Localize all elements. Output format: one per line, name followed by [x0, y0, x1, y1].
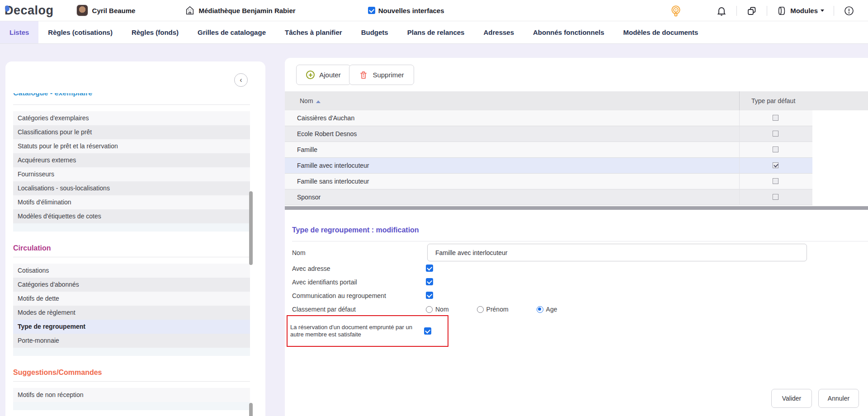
tab-budgets[interactable]: Budgets [352, 21, 398, 43]
sidebar-item-fournisseurs[interactable]: Fournisseurs [13, 167, 250, 181]
tab-modeles-de-documents[interactable]: Modèles de documents [614, 21, 708, 43]
validate-button[interactable]: Valider [771, 389, 812, 408]
modules-cube-icon [777, 6, 787, 16]
sidebar-item-modes-de-reglement[interactable]: Modes de règlement [13, 306, 250, 320]
divider [736, 6, 737, 16]
checkbox-avec-adresse[interactable] [426, 265, 433, 272]
classement-label: Classement par défaut [292, 306, 356, 313]
sidebar-item-partial [13, 223, 250, 232]
table-row-ecole-robert-desnos[interactable]: Ecole Robert Desnos [285, 126, 812, 142]
type-par-defaut-checkbox[interactable] [773, 131, 778, 137]
row-name: Ecole Robert Desnos [297, 130, 357, 137]
radio-label-prenom: Prénom [486, 306, 509, 313]
row-name: Famille [297, 146, 317, 153]
user-name: Cyril Beaume [92, 7, 136, 14]
section-title-circulation: Circulation [5, 244, 265, 252]
tab-bar: ListesRègles (cotisations)Règles (fonds)… [0, 21, 868, 44]
checkbox-communication-au-regroupement[interactable] [426, 292, 433, 299]
type-par-defaut-checkbox[interactable] [773, 115, 778, 121]
sidebar-item-classifications-pour-le-pret[interactable]: Classifications pour le prêt [13, 125, 250, 139]
checkbox-avec-identifiants-portail[interactable] [426, 278, 433, 285]
reservation-checkbox[interactable] [424, 327, 431, 335]
sidebar-scrollbar-thumb[interactable] [249, 191, 253, 265]
sidebar-item-partial [13, 402, 250, 410]
table-row-famille-avec-interlocuteur[interactable]: Famille avec interlocuteur [285, 158, 812, 174]
library-building-icon [185, 5, 195, 15]
label-avec-identifiants-portail: Avec identifiants portail [292, 279, 357, 286]
decalog-logo: Decalog [5, 4, 54, 18]
trash-icon [359, 71, 368, 80]
modules-menu[interactable]: Modules [777, 6, 824, 16]
tab-grilles-de-catalogage[interactable]: Grilles de catalogage [188, 21, 275, 43]
cancel-button[interactable]: Annuler [818, 389, 859, 408]
label-avec-adresse: Avec adresse [292, 265, 330, 272]
column-divider [739, 110, 740, 205]
column-header-nom[interactable]: Nom [300, 97, 321, 104]
sidebar-panel: ‹ Catalogue - exemplaireCatégories d'exe… [5, 61, 265, 416]
table-row-famille[interactable]: Famille [285, 142, 812, 158]
divider [767, 6, 767, 16]
section-title-suggestions-commandes: Suggestions/Commandes [5, 369, 265, 377]
nom-input[interactable] [427, 244, 807, 261]
user-avatar[interactable] [76, 5, 88, 16]
delete-button[interactable]: Supprimer [349, 65, 414, 85]
column-header-type-par-defaut[interactable]: Type par défaut [751, 97, 795, 104]
classement-radio-group: NomPrénomAge [426, 306, 557, 313]
type-par-defaut-checkbox[interactable] [773, 178, 778, 184]
sidebar-item-porte-monnaie[interactable]: Porte-monnaie [13, 334, 250, 348]
type-par-defaut-checkbox[interactable] [773, 162, 778, 168]
table-row-caissieres-d-auchan[interactable]: Caissières d'Auchan [285, 110, 812, 126]
nom-label: Nom [292, 249, 306, 256]
sidebar-item-partial [13, 348, 250, 356]
table-row-famille-sans-interlocuteur[interactable]: Famille sans interlocuteur [285, 174, 812, 189]
table-form-splitter[interactable] [285, 206, 868, 210]
radio-label-nom: Nom [435, 306, 449, 313]
tab-abonnes-fonctionnels[interactable]: Abonnés fonctionnels [524, 21, 614, 43]
sidebar-item-categories-d-abonnes[interactable]: Catégories d'abonnés [13, 278, 250, 292]
radio-nom[interactable] [426, 306, 433, 313]
divider [834, 6, 834, 16]
sidebar-item-localisations-sous-localisations[interactable]: Localisations - sous-localisations [13, 181, 250, 195]
sidebar-item-motifs-de-dette[interactable]: Motifs de dette [13, 292, 250, 306]
new-interfaces-label: Nouvelles interfaces [378, 7, 444, 14]
table-row-sponsor[interactable]: Sponsor [285, 189, 812, 205]
tab-plans-de-relances[interactable]: Plans de relances [398, 21, 474, 43]
tab-regles-cotisations[interactable]: Règles (cotisations) [38, 21, 122, 43]
sidebar-collapse-button[interactable]: ‹ [234, 73, 248, 87]
tab-adresses[interactable]: Adresses [474, 21, 524, 43]
add-button[interactable]: Ajouter [296, 65, 351, 85]
sidebar-item-motifs-de-non-reception[interactable]: Motifs de non réception [13, 388, 250, 402]
copy-icon[interactable] [746, 5, 757, 16]
info-icon[interactable] [844, 5, 854, 16]
reservation-note: La réservation d'un document emprunté pa… [288, 324, 419, 338]
radio-label-age: Age [546, 306, 557, 313]
sidebar-item-categories-d-exemplaires[interactable]: Catégories d'exemplaires [13, 111, 250, 125]
section-title-catalogue-exemplaire: Catalogue - exemplaire [5, 93, 265, 97]
tab-taches-a-planifier[interactable]: Tâches à planifier [275, 21, 352, 43]
tab-regles-fonds[interactable]: Règles (fonds) [122, 21, 188, 43]
tab-listes[interactable]: Listes [0, 21, 38, 43]
sidebar-scrollbar-thumb-bottom[interactable] [249, 403, 253, 416]
row-name: Famille sans interlocuteur [297, 178, 369, 185]
sidebar-sections: Catalogue - exemplaireCatégories d'exemp… [5, 93, 265, 410]
type-par-defaut-checkbox[interactable] [773, 147, 778, 152]
sidebar-item-cotisations[interactable]: Cotisations [13, 264, 250, 278]
library-name: Médiathèque Benjamin Rabier [198, 7, 295, 14]
sort-asc-icon [316, 100, 321, 103]
radio-prenom[interactable] [477, 306, 484, 313]
hotspot-icon[interactable] [670, 5, 682, 17]
sidebar-item-statuts-pour-le-pret-et-la-reservation[interactable]: Statuts pour le prêt et la réservation [13, 139, 250, 153]
chevron-down-icon [821, 9, 824, 12]
sidebar-item-motifs-d-elimination[interactable]: Motifs d'élimination [13, 195, 250, 209]
new-interfaces-checkbox[interactable] [368, 7, 375, 14]
form-title: Type de regroupement : modification [292, 226, 419, 234]
row-name: Sponsor [297, 194, 321, 201]
bell-icon[interactable] [716, 5, 727, 16]
radio-age[interactable] [537, 306, 543, 313]
plus-circle-icon [306, 71, 315, 79]
type-par-defaut-checkbox[interactable] [773, 194, 778, 200]
sidebar-item-modeles-d-etiquettes-de-cotes[interactable]: Modèles d'étiquettes de cotes [13, 209, 250, 223]
sidebar-item-type-de-regroupement[interactable]: Type de regroupement [13, 320, 250, 334]
sidebar-item-acquereurs-externes[interactable]: Acquéreurs externes [13, 153, 250, 167]
label-communication-au-regroupement: Communication au regroupement [292, 292, 386, 299]
